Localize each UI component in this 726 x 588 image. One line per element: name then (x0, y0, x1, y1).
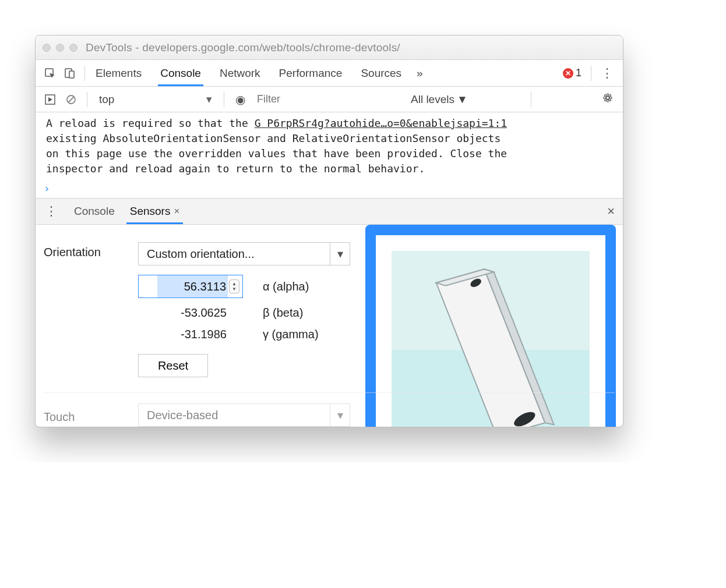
eye-icon[interactable]: ◉ (231, 91, 249, 108)
svg-line-5 (68, 97, 74, 102)
context-value: top (99, 93, 114, 106)
kebab-menu-icon[interactable]: ⋮ (597, 66, 617, 81)
devtools-window: DevTools - developers.google.com/web/too… (35, 35, 623, 427)
message-source-link[interactable]: G P6rpRSr4g?autohide…o=0&enablejsapi=1:1 (255, 117, 507, 129)
beta-label: β (beta) (249, 306, 342, 320)
drawer-tab-sensors[interactable]: Sensors × (128, 199, 182, 224)
drawer-close-icon[interactable]: × (605, 204, 617, 219)
chevron-down-icon: ▾ (206, 93, 212, 106)
divider (591, 66, 591, 81)
drawer-tabbar: ⋮ Console Sensors × × (36, 198, 623, 225)
tab-sources[interactable]: Sources (360, 61, 403, 86)
gamma-value[interactable]: -31.1986 (138, 328, 243, 341)
error-icon: ✕ (563, 68, 573, 79)
main-tabs: Elements Console Network Performance Sou… (94, 61, 561, 86)
window-titlebar: DevTools - developers.google.com/web/too… (36, 36, 623, 60)
alpha-input[interactable] (138, 275, 243, 298)
svg-rect-2 (69, 71, 74, 78)
tab-console[interactable]: Console (159, 61, 202, 86)
drawer-kebab-icon[interactable]: ⋮ (41, 204, 61, 219)
levels-label: All levels (411, 93, 454, 106)
gear-icon[interactable] (598, 92, 617, 107)
beta-value[interactable]: -53.0625 (138, 306, 243, 320)
chevron-down-icon: ▾ (330, 404, 350, 426)
error-count[interactable]: ✕ 1 (563, 67, 581, 79)
touch-value: Device-based (139, 409, 226, 422)
clear-console-icon[interactable] (62, 91, 80, 108)
divider (531, 92, 531, 107)
console-prompt[interactable]: › (36, 181, 623, 198)
window-title: DevTools - developers.google.com/web/too… (86, 41, 400, 54)
close-dot[interactable] (43, 44, 51, 52)
chevron-down-icon: ▼ (457, 93, 468, 106)
tab-network[interactable]: Network (218, 61, 262, 86)
context-select[interactable]: top ▾ (94, 90, 217, 108)
tabs-overflow[interactable]: » (415, 61, 424, 86)
drawer-tab-console[interactable]: Console (72, 199, 117, 224)
tab-performance[interactable]: Performance (278, 61, 344, 86)
divider (224, 92, 224, 107)
console-toolbar: top ▾ ◉ All levels ▼ (36, 87, 623, 112)
error-count-value: 1 (576, 67, 581, 79)
touch-section: Touch Device-based ▾ (44, 392, 615, 427)
zoom-dot[interactable] (69, 44, 77, 52)
alpha-label: α (alpha) (249, 280, 342, 293)
main-toolbar: Elements Console Network Performance Sou… (36, 60, 623, 87)
console-message: A reload is required so that the G P6rpR… (46, 116, 612, 176)
minimize-dot[interactable] (56, 44, 64, 52)
orientation-preset-select[interactable]: Custom orientation... ▾ (138, 242, 350, 265)
gamma-label: γ (gamma) (249, 328, 342, 341)
inspect-element-icon[interactable] (41, 65, 59, 82)
touch-select[interactable]: Device-based ▾ (138, 403, 350, 427)
console-log-area: A reload is required so that the G P6rpR… (36, 112, 623, 181)
divider (87, 92, 87, 107)
traffic-lights (43, 44, 77, 52)
execution-play-icon[interactable] (41, 91, 59, 108)
close-icon[interactable]: × (174, 206, 179, 217)
orientation-preset-value: Custom orientation... (139, 247, 263, 261)
touch-label: Touch (44, 407, 125, 424)
filter-input[interactable] (252, 91, 397, 108)
reset-button[interactable]: Reset (138, 354, 208, 377)
toggle-device-icon[interactable] (61, 65, 79, 82)
chevron-down-icon: ▾ (330, 243, 350, 265)
log-levels-select[interactable]: All levels ▼ (411, 93, 468, 106)
sensors-panel: Orientation Custom orientation... ▾ ▲▼ α… (36, 225, 623, 427)
divider (84, 66, 85, 81)
tab-elements[interactable]: Elements (94, 61, 143, 86)
orientation-label: Orientation (44, 242, 125, 259)
stepper-icon[interactable]: ▲▼ (229, 279, 239, 293)
